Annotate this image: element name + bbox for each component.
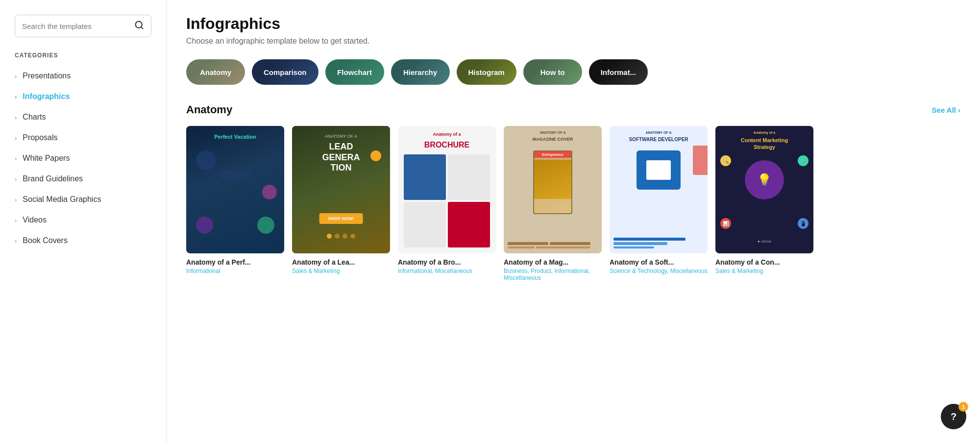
sidebar-item-label: Infographics — [23, 92, 70, 101]
card-tag-software-developer: Science & Technology, Miscellaneous — [610, 268, 708, 274]
card-thumb-brochure: Anatomy of a BROCHURE — [398, 126, 496, 253]
chevron-icon: › — [15, 196, 17, 203]
sidebar-item-label: Charts — [23, 113, 46, 122]
sidebar-item-label: Presentations — [23, 72, 71, 80]
anatomy-section-header: Anatomy See All › — [186, 103, 960, 116]
main-content: Infographics Choose an infographic templ… — [167, 0, 980, 443]
chevron-icon: › — [15, 73, 17, 80]
sidebar-item-label: Proposals — [23, 133, 57, 142]
card-title-perfect-vacation: Anatomy of a Perf... — [186, 258, 284, 266]
card-perfect-vacation[interactable]: Perfect Vacation Anatomy of a Perf... In… — [186, 126, 284, 281]
card-thumb-software-developer: ANATOMY OF A SOFTWARE DEVELOPER — [610, 126, 708, 253]
search-box[interactable] — [15, 15, 151, 37]
sidebar-item-label: Social Media Graphics — [23, 195, 101, 204]
sidebar-item-book-covers[interactable]: › Book Covers — [0, 230, 166, 251]
sidebar-item-label: White Papers — [23, 154, 70, 163]
card-thumb-magazine: ANATOMY OF A MAGAZINE COVER Entrepreneur — [504, 126, 602, 253]
chevron-icon: › — [15, 114, 17, 121]
help-button[interactable]: ? 1 — [941, 404, 966, 429]
sidebar-item-social-media-graphics[interactable]: › Social Media Graphics — [0, 189, 166, 210]
help-badge: 1 — [958, 402, 968, 412]
sidebar-item-infographics[interactable]: › Infographics — [0, 86, 166, 107]
sidebar: CATEGORIES › Presentations › Infographic… — [0, 0, 167, 443]
help-label: ? — [951, 411, 956, 422]
thumb-label-perfect-vacation: Perfect Vacation — [214, 134, 256, 140]
anatomy-section-title: Anatomy — [186, 103, 232, 116]
card-tag-perfect-vacation: Informational — [186, 268, 284, 274]
search-input[interactable] — [22, 22, 129, 30]
card-tag-content-marketing: Sales & Marketing — [715, 268, 813, 274]
sidebar-item-label: Videos — [23, 216, 47, 224]
card-software-developer[interactable]: ANATOMY OF A SOFTWARE DEVELOPER Anatomy — [610, 126, 708, 281]
search-icon — [134, 20, 144, 32]
card-tag-lead-generation: Sales & Marketing — [292, 268, 390, 274]
pill-comparison[interactable]: Comparison — [252, 59, 318, 85]
card-tag-brochure: Informational, Miscellaneous — [398, 268, 496, 274]
chevron-right-icon: › — [958, 106, 960, 114]
card-brochure[interactable]: Anatomy of a BROCHURE Anatomy of a Bro..… — [398, 126, 496, 281]
card-title-brochure: Anatomy of a Bro... — [398, 258, 496, 266]
see-all-anatomy[interactable]: See All › — [932, 106, 960, 114]
svg-line-1 — [141, 27, 143, 29]
pill-howto[interactable]: How to — [523, 59, 582, 85]
pill-hierarchy[interactable]: Hierarchy — [391, 59, 450, 85]
card-thumb-perfect-vacation: Perfect Vacation — [186, 126, 284, 253]
card-title-lead-generation: Anatomy of a Lea... — [292, 258, 390, 266]
pill-informational[interactable]: Informat... — [589, 59, 648, 85]
chevron-icon: › — [15, 93, 17, 100]
card-title-magazine: Anatomy of a Mag... — [504, 258, 602, 266]
chevron-icon: › — [15, 155, 17, 162]
sidebar-item-presentations[interactable]: › Presentations — [0, 66, 166, 86]
categories-label: CATEGORIES — [0, 52, 166, 66]
sidebar-item-brand-guidelines[interactable]: › Brand Guidelines — [0, 169, 166, 189]
sidebar-item-white-papers[interactable]: › White Papers — [0, 148, 166, 169]
chevron-icon: › — [15, 237, 17, 245]
card-thumb-lead-generation: ANATOMY OF A LEADGENERATION SHOP NOW! — [292, 126, 390, 253]
card-thumb-content-marketing: Anatomy of a Content MarketingStrategy 💡… — [715, 126, 813, 253]
filter-pills: Anatomy Comparison Flowchart Hierarchy H… — [186, 59, 960, 85]
pill-flowchart[interactable]: Flowchart — [325, 59, 384, 85]
sidebar-item-label: Brand Guidelines — [23, 174, 83, 183]
card-content-marketing[interactable]: Anatomy of a Content MarketingStrategy 💡… — [715, 126, 813, 281]
page-subtitle: Choose an infographic template below to … — [186, 37, 960, 46]
card-magazine[interactable]: ANATOMY OF A MAGAZINE COVER Entrepreneur… — [504, 126, 602, 281]
chevron-icon: › — [15, 175, 17, 183]
sidebar-item-label: Book Covers — [23, 236, 68, 245]
card-title-software-developer: Anatomy of a Soft... — [610, 258, 708, 266]
card-lead-generation[interactable]: ANATOMY OF A LEADGENERATION SHOP NOW! An… — [292, 126, 390, 281]
card-tag-magazine: Business, Product, Informational, Miscel… — [504, 268, 602, 281]
chevron-icon: › — [15, 134, 17, 142]
anatomy-cards-row: Perfect Vacation Anatomy of a Perf... In… — [186, 126, 960, 281]
page-title: Infographics — [186, 15, 960, 33]
pill-anatomy[interactable]: Anatomy — [186, 59, 245, 85]
sidebar-item-videos[interactable]: › Videos — [0, 210, 166, 230]
card-title-content-marketing: Anatomy of a Con... — [715, 258, 813, 266]
chevron-icon: › — [15, 217, 17, 224]
sidebar-item-proposals[interactable]: › Proposals — [0, 127, 166, 148]
sidebar-item-charts[interactable]: › Charts — [0, 107, 166, 127]
pill-histogram[interactable]: Histogram — [457, 59, 516, 85]
